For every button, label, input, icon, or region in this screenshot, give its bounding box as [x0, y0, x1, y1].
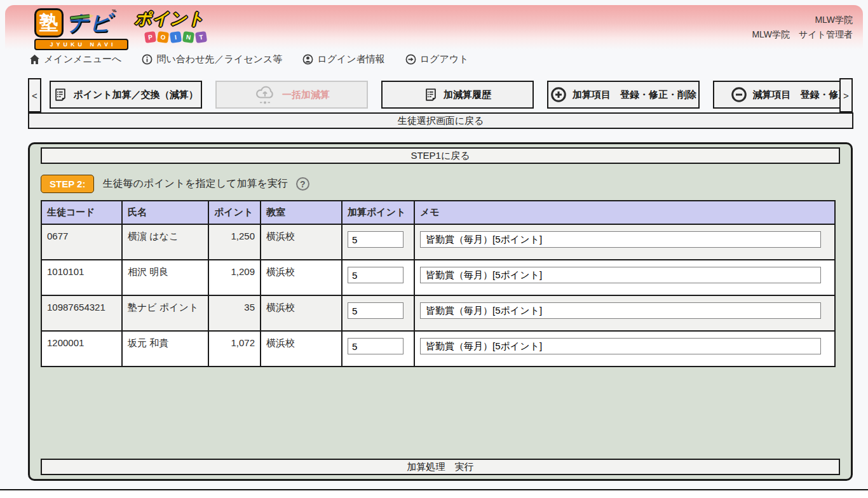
add-points-cell — [342, 331, 414, 367]
table-row: 0677 横濵 はなこ 1,250 横浜校 — [41, 224, 835, 260]
student-points: 1,209 — [208, 260, 261, 295]
col-student-code: 生徒コード — [41, 201, 122, 224]
student-code: 0677 — [41, 224, 122, 260]
tab-history[interactable]: 加減算履歴 — [381, 81, 534, 109]
info-icon — [142, 54, 153, 65]
top-nav: メインメニューへ 問い合わせ先／ライセンス等 ログイン者情報 ログアウト — [29, 53, 468, 65]
col-add-points: 加算ポイント — [342, 201, 414, 224]
table-row: 10987654321 塾ナビ ポイント 35 横浜校 — [41, 295, 835, 331]
plus-circle-icon — [550, 86, 567, 103]
add-points-cell — [342, 295, 414, 331]
logout-icon — [405, 54, 416, 65]
tab-add-items-manage[interactable]: 加算項目 登録・修正・削除 — [547, 81, 700, 109]
student-name: 相沢 明良 — [122, 260, 208, 295]
tabs-container: ポイント加算／交換（減算） 一括加減算 加減算履歴 加算項目 登録・修正・削除 … — [50, 78, 839, 112]
step2-description: 生徒毎のポイントを指定して加算を実行 — [102, 177, 287, 191]
tab-strip: < ポイント加算／交換（減算） 一括加減算 加減算履歴 加算項目 登録・修正・削… — [28, 78, 853, 112]
step2-panel: STEP1に戻る STEP 2: 生徒毎のポイントを指定して加算を実行 ? 生徒… — [28, 142, 853, 481]
tab-label: 加減算履歴 — [444, 89, 491, 101]
point-tile: N — [182, 31, 194, 43]
page: 塾 ナビ™ JYUKU NAVI ポイント P O I N T MLW学院 ML… — [0, 0, 868, 498]
doc-list-icon — [53, 88, 67, 102]
tab-label: 減算項目 登録・修正 — [753, 89, 840, 101]
nav-login-info[interactable]: ログイン者情報 — [302, 53, 384, 65]
tab-point-add-exchange[interactable]: ポイント加算／交換（減算） — [50, 81, 202, 109]
table-header-row: 生徒コード 氏名 ポイント 教室 加算ポイント メモ — [41, 201, 835, 224]
students-table: 生徒コード 氏名 ポイント 教室 加算ポイント メモ 0677 横濵 はなこ 1… — [41, 200, 836, 367]
nav-contact-license[interactable]: 問い合わせ先／ライセンス等 — [142, 53, 282, 65]
logo-navi-text: ナビ™ — [67, 9, 117, 37]
cloud-upload-icon — [254, 84, 276, 105]
step2-header-row: STEP 2: 生徒毎のポイントを指定して加算を実行 ? — [41, 173, 840, 194]
memo-input[interactable] — [420, 338, 821, 354]
back-to-student-selection-button[interactable]: 生徒選択画面に戻る — [28, 112, 853, 129]
student-points: 1,072 — [208, 331, 261, 367]
student-classroom: 横浜校 — [261, 331, 342, 367]
col-name: 氏名 — [122, 201, 208, 224]
org-info: MLW学院 MLW学院 サイト管理者 — [752, 13, 853, 42]
memo-input[interactable] — [420, 267, 821, 283]
col-memo: メモ — [414, 201, 835, 224]
student-points: 1,250 — [208, 224, 261, 260]
add-points-input[interactable] — [348, 302, 403, 319]
tab-bulk-add-subtract[interactable]: 一括加減算 — [215, 81, 368, 109]
memo-input[interactable] — [420, 231, 821, 248]
point-tile: I — [170, 31, 182, 43]
execute-addition-button[interactable]: 加算処理 実行 — [41, 459, 840, 475]
nav-label: ログアウト — [420, 53, 469, 65]
logo-romaji-bar: JYUKU NAVI — [34, 39, 128, 50]
student-name: 塾ナビ ポイント — [122, 295, 208, 331]
minus-circle-icon — [731, 86, 747, 103]
tab-label: 加算項目 登録・修正・削除 — [573, 89, 696, 101]
nav-label: 問い合わせ先／ライセンス等 — [156, 53, 282, 65]
logo-point-tiles: P O I N T — [145, 32, 207, 43]
user-icon — [302, 54, 313, 65]
org-name: MLW学院 — [752, 13, 853, 27]
table-row: 1200001 坂元 和貴 1,072 横浜校 — [41, 331, 835, 367]
logo-jyuku-box: 塾 — [34, 8, 64, 37]
student-code: 1010101 — [41, 260, 122, 295]
tab-label: 一括加減算 — [282, 89, 330, 101]
tab-subtract-items-manage[interactable]: 減算項目 登録・修正 — [713, 81, 839, 109]
tabs-prev-button[interactable]: < — [28, 78, 41, 112]
panel-spacer — [41, 367, 840, 459]
student-points: 35 — [208, 295, 261, 331]
add-points-input[interactable] — [348, 338, 403, 354]
home-icon — [29, 54, 40, 65]
add-points-cell — [342, 224, 414, 260]
nav-main-menu[interactable]: メインメニューへ — [29, 53, 121, 65]
memo-cell — [414, 224, 835, 260]
student-classroom: 横浜校 — [261, 260, 342, 295]
col-points: ポイント — [208, 201, 261, 224]
nav-label: ログイン者情報 — [317, 53, 384, 65]
add-points-input[interactable] — [348, 267, 403, 283]
add-points-input[interactable] — [348, 231, 403, 248]
memo-cell — [414, 295, 835, 331]
app-logo: 塾 ナビ™ JYUKU NAVI ポイント P O I N T — [34, 8, 207, 50]
point-tile: T — [195, 31, 207, 43]
footer-space — [0, 490, 868, 498]
nav-logout[interactable]: ログアウト — [405, 53, 469, 65]
col-classroom: 教室 — [261, 201, 342, 224]
logo-point-text: ポイント — [135, 8, 207, 30]
student-classroom: 横浜校 — [261, 224, 342, 260]
point-tile: O — [157, 31, 169, 43]
student-name: 横濵 はなこ — [122, 224, 208, 260]
app-header: 塾 ナビ™ JYUKU NAVI ポイント P O I N T MLW学院 ML… — [5, 5, 863, 50]
trademark: ™ — [112, 9, 117, 13]
help-icon[interactable]: ? — [296, 177, 309, 191]
tabs-next-button[interactable]: > — [839, 78, 853, 112]
nav-label: メインメニューへ — [44, 53, 121, 65]
student-code: 1200001 — [41, 331, 122, 367]
add-points-cell — [342, 260, 414, 295]
memo-input[interactable] — [420, 302, 821, 319]
back-to-step1-button[interactable]: STEP1に戻る — [41, 147, 840, 164]
logged-in-user: MLW学院 サイト管理者 — [752, 27, 853, 42]
step2-badge: STEP 2: — [41, 175, 94, 193]
student-code: 10987654321 — [41, 295, 122, 331]
student-classroom: 横浜校 — [261, 295, 342, 331]
memo-cell — [414, 260, 835, 295]
point-tile: P — [144, 31, 156, 43]
table-row: 1010101 相沢 明良 1,209 横浜校 — [41, 260, 835, 295]
tab-label: ポイント加算／交換（減算） — [73, 89, 198, 101]
